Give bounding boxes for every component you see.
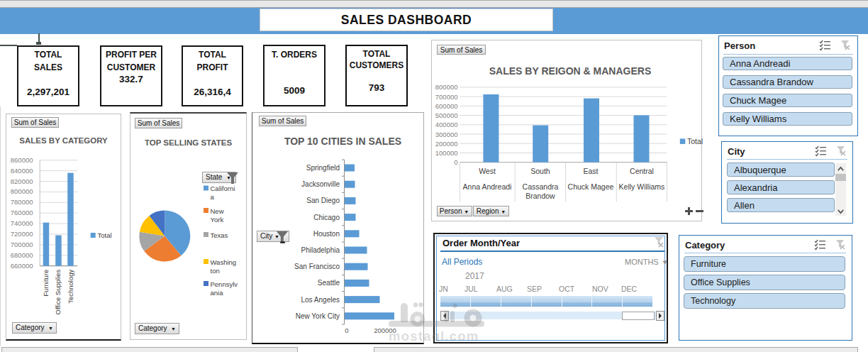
svg-text:New: New: [211, 207, 224, 215]
svg-text:100000: 100000: [435, 149, 458, 157]
svg-text:ania: ania: [211, 289, 224, 297]
svg-text:Brandow: Brandow: [525, 192, 555, 200]
svg-text:820000: 820000: [11, 177, 33, 185]
svg-text:Office Supplies: Office Supplies: [54, 269, 62, 314]
svg-text:600000: 600000: [435, 102, 458, 110]
svg-text:San Francisco: San Francisco: [294, 263, 340, 270]
svg-text:Furniture: Furniture: [42, 270, 50, 297]
svg-text:0: 0: [454, 158, 457, 166]
svg-text:800000: 800000: [11, 187, 33, 195]
svg-text:Chicago: Chicago: [313, 214, 340, 221]
svg-text:West: West: [479, 167, 496, 175]
svg-text:Washing: Washing: [211, 258, 237, 266]
svg-text:mostaql.com: mostaql.com: [389, 329, 479, 343]
svg-text:ton: ton: [211, 267, 220, 275]
svg-text:Springfield: Springfield: [306, 164, 340, 172]
svg-text:740000: 740000: [11, 219, 33, 227]
svg-text:Chuck Magee: Chuck Magee: [568, 182, 614, 191]
svg-text:500000: 500000: [435, 111, 458, 119]
svg-text:760000: 760000: [11, 209, 33, 216]
svg-text:East: East: [583, 167, 598, 175]
svg-text:Philadelphia: Philadelphia: [301, 246, 340, 254]
svg-text:400000: 400000: [435, 121, 458, 128]
svg-text:a: a: [211, 193, 215, 201]
svg-text:Technology: Technology: [67, 269, 74, 303]
svg-text:200000: 200000: [435, 140, 458, 148]
svg-text:680000: 680000: [11, 251, 33, 259]
svg-text:Seattle: Seattle: [318, 279, 340, 287]
svg-text:San Diego: San Diego: [306, 197, 340, 204]
svg-text:0: 0: [345, 326, 348, 334]
svg-text:660000: 660000: [11, 262, 33, 270]
svg-text:840000: 840000: [11, 167, 33, 175]
svg-text:York: York: [211, 216, 224, 224]
svg-text:Total: Total: [687, 137, 703, 145]
svg-text:Cassandra: Cassandra: [523, 182, 559, 191]
svg-text:300000: 300000: [435, 131, 458, 138]
svg-text:860000: 860000: [11, 156, 33, 164]
svg-text:Central: Central: [630, 167, 654, 175]
svg-text:Californi: Californi: [211, 185, 235, 192]
svg-text:Texas: Texas: [211, 231, 228, 239]
svg-text:700000: 700000: [11, 241, 33, 248]
svg-text:Los Angeles: Los Angeles: [301, 296, 340, 304]
svg-text:Houston: Houston: [313, 230, 340, 238]
svg-text:New York City: New York City: [296, 312, 340, 320]
svg-text:800000: 800000: [435, 83, 458, 91]
svg-text:South: South: [530, 167, 550, 175]
svg-text:Pennsylv: Pennsylv: [211, 280, 238, 288]
svg-text:780000: 780000: [11, 198, 33, 206]
svg-text:720000: 720000: [11, 230, 33, 238]
svg-text:700000: 700000: [435, 93, 458, 101]
svg-text:Anna Andreadi: Anna Andreadi: [463, 182, 512, 191]
svg-text:Total: Total: [98, 231, 112, 239]
svg-text:Jacksonville: Jacksonville: [301, 180, 340, 188]
svg-text:Kelly Williams: Kelly Williams: [619, 182, 665, 191]
